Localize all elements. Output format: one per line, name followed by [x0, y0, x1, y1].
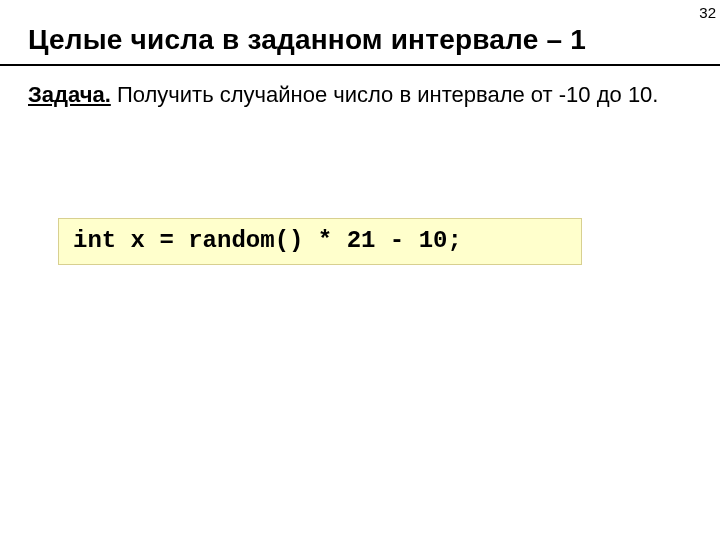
task-label: Задача.: [28, 82, 111, 107]
task-text: Получить случайное число в интервале от …: [111, 82, 659, 107]
slide-title: Целые числа в заданном интервале – 1: [0, 0, 720, 64]
page-number: 32: [699, 4, 716, 21]
task-paragraph: Задача. Получить случайное число в интер…: [0, 80, 720, 110]
title-divider: [0, 64, 720, 66]
code-snippet: int x = random() * 21 - 10;: [58, 218, 582, 265]
